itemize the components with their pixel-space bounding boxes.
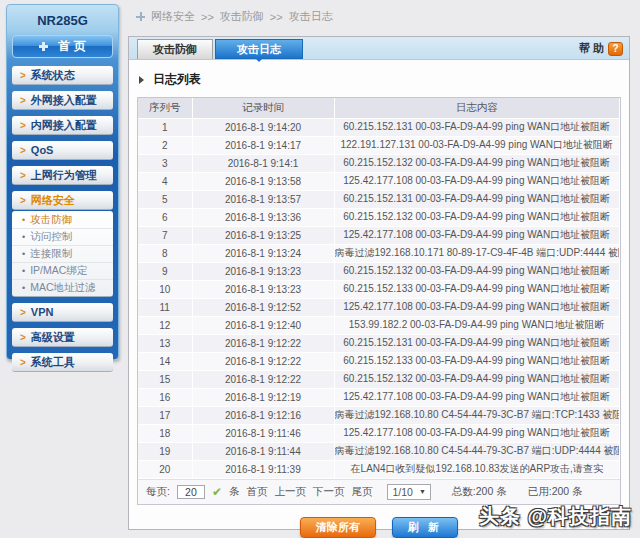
table-row: 22016-8-1 9:14:17122.191.127.131 00-03-F… bbox=[138, 136, 620, 154]
device-name: NR285G bbox=[12, 5, 113, 35]
last-page-link[interactable]: 尾页 bbox=[351, 485, 372, 499]
submenu-item-attack-defense[interactable]: • 攻击防御 bbox=[12, 211, 113, 228]
breadcrumb-item: 攻击日志 bbox=[289, 9, 333, 24]
cell-content: 病毒过滤192.168.10.171 80-89-17-C9-4F-4B 端口:… bbox=[334, 244, 620, 262]
sidebar-item-system-tools[interactable]: > 系统工具 bbox=[12, 353, 113, 372]
submenu-item-ip-mac-binding[interactable]: • IP/MAC绑定 bbox=[12, 262, 113, 279]
submenu-item-connection-limit[interactable]: • 连接限制 bbox=[12, 245, 113, 262]
table-row: 202016-8-1 9:11:39在LAN4口收到疑似192.168.10.8… bbox=[138, 460, 620, 478]
cell-serial: 8 bbox=[138, 244, 192, 262]
chevron-right-icon: > bbox=[20, 307, 26, 318]
sidebar-item-lan-config[interactable]: > 内网接入配置 bbox=[12, 116, 113, 135]
table-row: 142016-8-1 9:12:2260.215.152.133 00-03-F… bbox=[138, 352, 620, 370]
sidebar-item-advanced-settings[interactable]: > 高级设置 bbox=[12, 328, 113, 347]
next-page-link[interactable]: 下一页 bbox=[313, 485, 345, 499]
table-row: 172016-8-1 9:12:16病毒过滤192.168.10.80 C4-5… bbox=[138, 406, 620, 424]
cell-content: 125.42.177.108 00-03-FA-D9-A4-99 ping WA… bbox=[334, 226, 620, 244]
sidebar-item-vpn[interactable]: > VPN bbox=[12, 303, 113, 322]
sidebar-item-home[interactable]: 首 页 bbox=[12, 35, 113, 58]
tab-label: 攻击防御 bbox=[153, 42, 197, 57]
cell-content: 60.215.152.132 00-03-FA-D9-A4-99 ping WA… bbox=[334, 370, 620, 388]
table-row: 162016-8-1 9:12:19125.42.177.108 00-03-F… bbox=[138, 388, 620, 406]
tab-label: 攻击日志 bbox=[237, 42, 281, 57]
content-panel: 攻击防御 攻击日志 帮 助 ? 日志列表 序列号 记录时间 日志内容 bbox=[128, 36, 630, 530]
chevron-right-icon: > bbox=[20, 70, 26, 81]
table-header-row: 序列号 记录时间 日志内容 bbox=[138, 98, 620, 118]
table-row: 82016-8-1 9:13:24病毒过滤192.168.10.171 80-8… bbox=[138, 244, 620, 262]
table-row: 192016-8-1 9:11:44病毒过滤192.168.10.80 C4-5… bbox=[138, 442, 620, 460]
cell-time: 2016-8-1 9:14:17 bbox=[192, 136, 334, 154]
cell-content: 125.42.177.108 00-03-FA-D9-A4-99 ping WA… bbox=[334, 388, 620, 406]
tab-attack-log[interactable]: 攻击日志 bbox=[215, 39, 303, 59]
apply-check-icon[interactable]: ✔ bbox=[212, 485, 222, 499]
submenu-item-mac-filter[interactable]: • MAC地址过滤 bbox=[12, 279, 113, 296]
sidebar-item-label: VPN bbox=[31, 306, 54, 318]
chevron-right-icon: > bbox=[20, 170, 26, 181]
cell-content: 153.99.182.2 00-03-FA-D9-A4-99 ping WAN口… bbox=[334, 316, 620, 334]
home-label: 首 页 bbox=[58, 38, 85, 55]
sidebar-item-qos[interactable]: > QoS bbox=[12, 141, 113, 160]
prev-page-link[interactable]: 上一页 bbox=[274, 485, 306, 499]
breadcrumb-item: 攻击防御 bbox=[220, 9, 264, 24]
table-row: 42016-8-1 9:13:58125.42.177.108 00-03-FA… bbox=[138, 172, 620, 190]
cell-serial: 6 bbox=[138, 208, 192, 226]
cell-time: 2016-8-1 9:13:57 bbox=[192, 190, 334, 208]
cell-time: 2016-8-1 9:14:1 bbox=[192, 154, 334, 172]
sidebar-item-behavior-mgmt[interactable]: > 上网行为管理 bbox=[12, 166, 113, 185]
log-table: 序列号 记录时间 日志内容 12016-8-1 9:14:2060.215.15… bbox=[138, 98, 620, 479]
question-mark-icon[interactable]: ? bbox=[608, 42, 623, 56]
column-header-time: 记录时间 bbox=[192, 98, 334, 118]
sidebar-item-label: 网络安全 bbox=[31, 193, 75, 208]
cell-content: 122.191.127.131 00-03-FA-D9-A4-99 ping W… bbox=[334, 136, 620, 154]
sidebar-item-wan-config[interactable]: > 外网接入配置 bbox=[12, 91, 113, 110]
caret-down-icon: ▼ bbox=[419, 488, 426, 495]
submenu-item-label: 攻击防御 bbox=[30, 213, 72, 227]
cell-content: 60.215.152.132 00-03-FA-D9-A4-99 ping WA… bbox=[334, 208, 620, 226]
panel-body: 日志列表 序列号 记录时间 日志内容 12016-8-1 9:14:2060.2… bbox=[129, 60, 629, 538]
submenu-item-access-control[interactable]: • 访问控制 bbox=[12, 228, 113, 245]
page-select-dropdown[interactable]: 1/10 ▼ bbox=[387, 484, 430, 500]
cell-serial: 5 bbox=[138, 190, 192, 208]
chevron-right-icon: > bbox=[20, 120, 26, 131]
cell-serial: 4 bbox=[138, 172, 192, 190]
bullet-icon: • bbox=[22, 283, 25, 293]
per-page-input[interactable] bbox=[177, 485, 205, 499]
cell-time: 2016-8-1 9:11:44 bbox=[192, 442, 334, 460]
breadcrumb-separator: >> bbox=[201, 11, 214, 23]
cell-time: 2016-8-1 9:12:22 bbox=[192, 370, 334, 388]
first-page-link[interactable]: 首页 bbox=[246, 485, 267, 499]
cell-content: 60.215.152.132 00-03-FA-D9-A4-99 ping WA… bbox=[334, 154, 620, 172]
cell-time: 2016-8-1 9:13:23 bbox=[192, 280, 334, 298]
help-area: 帮 助 ? bbox=[579, 41, 623, 56]
clear-all-button[interactable]: 清除所有 bbox=[300, 517, 376, 538]
chevron-right-icon: > bbox=[20, 332, 26, 343]
sidebar: NR285G 首 页 > 系统状态 > 外网接入配置 > 内网接入配置 > Qo… bbox=[6, 4, 119, 360]
cell-time: 2016-8-1 9:12:22 bbox=[192, 352, 334, 370]
cell-content: 60.215.152.131 00-03-FA-D9-A4-99 ping WA… bbox=[334, 334, 620, 352]
cell-content: 病毒过滤192.168.10.80 C4-54-44-79-3C-B7 端口:T… bbox=[334, 406, 620, 424]
network-security-submenu: • 攻击防御 • 访问控制 • 连接限制 • IP/MAC绑定 • MAC地址过… bbox=[12, 211, 113, 297]
sidebar-item-network-security[interactable]: > 网络安全 bbox=[12, 191, 113, 210]
cell-time: 2016-8-1 9:13:24 bbox=[192, 244, 334, 262]
cell-time: 2016-8-1 9:13:25 bbox=[192, 226, 334, 244]
table-row: 52016-8-1 9:13:5760.215.152.131 00-03-FA… bbox=[138, 190, 620, 208]
bullet-icon: • bbox=[22, 232, 25, 242]
tab-attack-defense[interactable]: 攻击防御 bbox=[137, 39, 213, 59]
plus-icon bbox=[39, 42, 48, 51]
triangle-right-icon bbox=[139, 76, 148, 84]
cell-serial: 12 bbox=[138, 316, 192, 334]
submenu-item-label: 连接限制 bbox=[30, 247, 72, 261]
cell-serial: 7 bbox=[138, 226, 192, 244]
table-row: 12016-8-1 9:14:2060.215.152.131 00-03-FA… bbox=[138, 118, 620, 136]
pagination-bar: 每页: ✔ 条 首页 上一页 下一页 尾页 1/10 ▼ 总数:200 条 已用… bbox=[138, 479, 620, 504]
help-link[interactable]: 帮 助 bbox=[579, 41, 604, 56]
cell-time: 2016-8-1 9:12:52 bbox=[192, 298, 334, 316]
cell-content: 60.215.152.132 00-03-FA-D9-A4-99 ping WA… bbox=[334, 262, 620, 280]
sidebar-item-system-status[interactable]: > 系统状态 bbox=[12, 66, 113, 85]
total-count-label: 总数:200 条 bbox=[452, 485, 507, 499]
cell-content: 125.42.177.108 00-03-FA-D9-A4-99 ping WA… bbox=[334, 172, 620, 190]
refresh-button[interactable]: 刷 新 bbox=[392, 517, 458, 538]
bullet-icon: • bbox=[22, 249, 25, 259]
page-select-value: 1/10 bbox=[392, 486, 412, 498]
sidebar-item-label: 系统状态 bbox=[31, 68, 75, 83]
